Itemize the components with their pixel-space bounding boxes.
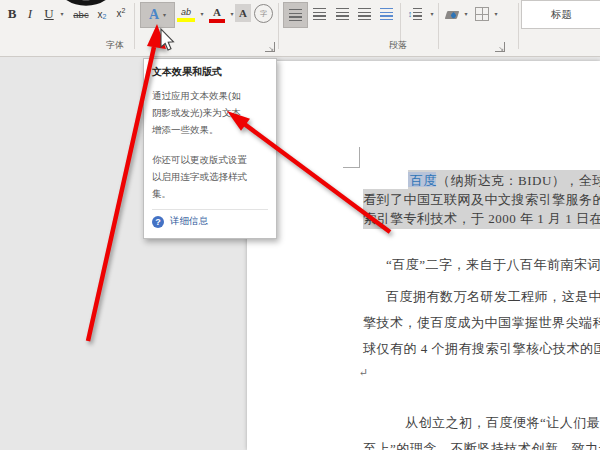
tooltip-body-line: 集。 [152,185,268,202]
distributed-icon [380,8,393,20]
align-right-button[interactable] [332,2,353,26]
help-icon: ? [152,216,164,228]
font-color-button[interactable]: A [208,3,226,25]
highlight-color-bar [177,18,195,22]
tooltip-body-1: 通过应用文本效果(如 阴影或发光)来为文本 增添一些效果。 [152,87,268,138]
tooltip-body-line: 你还可以更改版式设置 [152,151,268,168]
doc-line-1-text: （纳斯达克：BIDU），全球最大的中文 [437,173,600,188]
subscript-button[interactable]: x2 [94,6,110,22]
doc-line-1[interactable]: 百度（纳斯达克：BIDU），全球最大的中文 [410,172,600,190]
borders-dropdown[interactable]: ▾ [492,10,500,18]
underline-button[interactable]: U [42,4,56,24]
doc-line-4[interactable]: “百度”二字，来自于八百年前南宋词人辛弃疾的一 [386,256,600,274]
ribbon-divider [134,3,135,49]
launcher-arrow-icon: ↘ [498,45,504,53]
align-left-button[interactable] [283,2,308,28]
tooltip-body-line: 阴影或发光)来为文本 [152,104,268,121]
paragraph-group-label: 段落 [389,39,407,52]
doc-line-3[interactable]: 索引擎专利技术，于 2000 年 1 月 1 日在中关村创建 [363,210,600,228]
style-gallery-item-title[interactable]: 标题 [521,0,600,29]
baidu-link[interactable]: 百度 [410,173,437,188]
ribbon-divider [278,3,279,49]
superscript-digit: 2 [122,7,126,14]
ribbon: B I U ▾ abc x2 x2 A ▾ ab ▾ A ▾ A 字 [0,0,600,57]
text-effects-dropdown[interactable]: ▾ [163,12,166,18]
shading-button[interactable] [442,2,462,26]
font-dialog-launcher[interactable]: ↘ [265,42,275,52]
paragraph-dialog-launcher[interactable]: ↘ [495,42,505,52]
doc-line-9[interactable]: 至上”的理念，不断坚持技术创新，致力于为用户提供 [363,440,600,450]
highlight-dropdown[interactable]: ▾ [198,10,206,18]
tooltip-more-info[interactable]: ? 详细信息 [152,210,268,234]
word-window: B I U ▾ abc x2 x2 A ▾ ab ▾ A ▾ A 字 [0,0,600,450]
margin-mark-horizontal [343,167,360,168]
doc-line-2[interactable]: 看到了中国互联网及中文搜索引擎服务的巨大发展潜 [363,191,600,209]
ribbon-divider [438,3,439,49]
margin-mark-vertical [359,147,360,168]
highlight-ab-icon: ab [181,7,191,17]
subscript-digit: 2 [103,13,107,20]
line-spacing-button[interactable]: ↕ [403,2,427,26]
doc-line-7[interactable]: 球仅有的 4 个拥有搜索引擎核心技术的国家之一。↵ [363,340,600,358]
text-effects-a-icon: A [149,7,159,23]
underline-dropdown[interactable]: ▾ [58,10,66,18]
shading-dropdown[interactable]: ▾ [462,10,470,18]
line-spacing-lines-icon [413,8,422,20]
highlight-button[interactable]: ab [176,3,196,25]
text-effects-tooltip: 文本效果和版式 通过应用文本效果(如 阴影或发光)来为文本 增添一些效果。 你还… [143,58,277,239]
enclose-characters-button[interactable]: 字 [254,4,273,23]
borders-grid-icon [475,7,489,21]
doc-line-6[interactable]: 擎技术，使百度成为中国掌握世界尖端科学核心技术 [363,314,600,332]
align-center-button[interactable] [309,2,330,26]
launcher-arrow-icon: ↘ [268,45,274,53]
tooltip-title: 文本效果和版式 [152,65,268,79]
align-left-icon [289,9,302,21]
justify-button[interactable] [354,2,375,26]
doc-line-5[interactable]: 百度拥有数万名研发工程师，这是中国乃至全球 [386,288,600,306]
text-effects-button[interactable]: A ▾ [140,2,175,28]
tooltip-body-2: 你还可以更改版式设置 以启用连字或选择样式 集。 [152,151,268,202]
font-group-label: 字体 [106,39,124,52]
strikethrough-button[interactable]: abc [70,6,92,22]
superscript-button[interactable]: x2 [113,5,129,21]
empty-paragraph-mark: ↵ [359,366,369,379]
tooltip-body-line: 以启用连字或选择样式 [152,168,268,185]
align-right-icon [336,8,349,20]
italic-button[interactable]: I [24,4,36,24]
tooltip-body-line: 增添一些效果。 [152,121,268,138]
bold-button[interactable]: B [4,4,20,24]
line-spacing-arrows-icon: ↕ [408,9,413,19]
align-center-icon [313,8,326,20]
line-spacing-dropdown[interactable]: ▾ [428,10,436,18]
justify-icon [358,8,371,20]
doc-line-8[interactable]: 从创立之初，百度便将“让人们最平等便捷地获 [405,414,600,432]
character-shading-button[interactable]: A [235,4,251,22]
borders-button[interactable] [472,2,492,26]
tooltip-body-line: 通过应用文本效果(如 [152,87,268,104]
font-color-bar [209,19,225,23]
distributed-button[interactable] [376,2,397,26]
selection-indent-notch [363,170,408,189]
font-color-a-icon: A [213,6,221,18]
ribbon-divider [518,3,519,49]
more-info-link[interactable]: 详细信息 [170,215,208,228]
